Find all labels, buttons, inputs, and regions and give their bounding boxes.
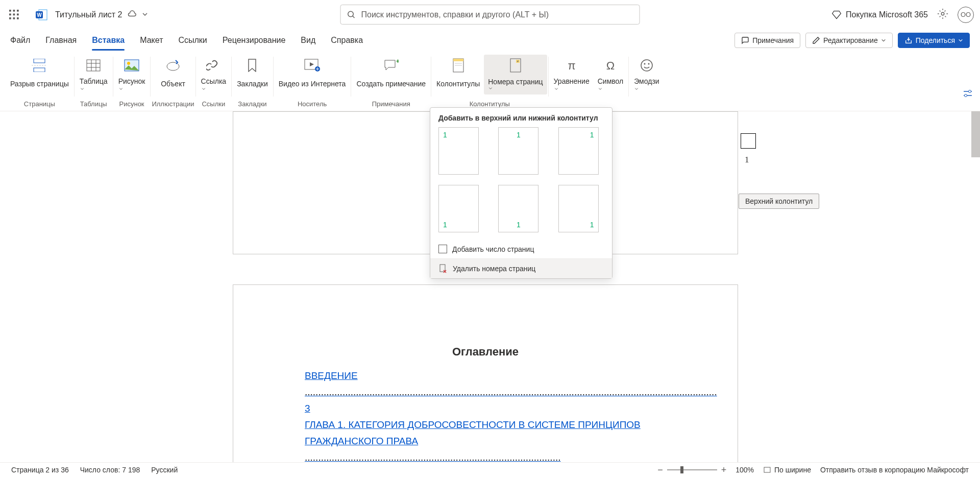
page-number-bottom-center[interactable]: 1 [498, 185, 538, 232]
page-break-button[interactable]: Разрыв страницы [6, 55, 73, 94]
tab-review[interactable]: Рецензирование [223, 31, 286, 50]
settings-button[interactable] [937, 8, 948, 21]
page-break-icon [32, 59, 47, 72]
emoji-icon [640, 59, 653, 72]
chevron-down-icon [488, 86, 493, 90]
toc-entry[interactable]: ВВЕДЕНИЕ ...............................… [305, 368, 666, 400]
zoom-control[interactable]: − + [657, 465, 726, 475]
table-button[interactable]: Таблица [76, 55, 112, 94]
bookmark-icon [247, 59, 257, 72]
title-dropdown[interactable] [142, 11, 148, 19]
slider-icon [963, 89, 973, 98]
toc-page[interactable]: 3 [305, 400, 666, 417]
user-avatar[interactable]: ОО [958, 7, 974, 23]
svg-point-38 [641, 60, 652, 71]
zoom-out-icon[interactable]: − [657, 465, 663, 475]
new-comment-icon: + [383, 59, 399, 71]
page-number-top-right[interactable]: 1 [558, 127, 599, 175]
vertical-scrollbar[interactable] [971, 111, 980, 157]
fit-width-icon [763, 466, 771, 473]
symbol-button[interactable]: Ω Символ [594, 55, 627, 94]
search-icon [347, 10, 356, 19]
new-comment-button[interactable]: + Создать примечание [352, 55, 430, 94]
page-number-bottom-left[interactable]: 1 [438, 185, 479, 232]
svg-point-25 [167, 62, 179, 70]
link-icon [206, 59, 220, 71]
tab-layout[interactable]: Макет [140, 31, 163, 50]
toc-entry[interactable]: ГЛАВА 1. КАТЕГОРИЯ ДОБРОСОВЕСТНОСТИ В СИ… [305, 417, 666, 462]
fit-width-button[interactable]: По ширине [763, 466, 811, 474]
tab-help[interactable]: Справка [331, 31, 363, 50]
app-launcher[interactable] [6, 7, 22, 23]
link-button[interactable]: Ссылка [197, 55, 231, 94]
online-video-button[interactable]: Видео из Интернета [275, 55, 350, 94]
object-button[interactable]: Объект [157, 55, 189, 94]
group-label-pages: Страницы [24, 100, 55, 109]
page-numbers-dropdown: Добавить в верхний или нижний колонтитул… [430, 107, 612, 279]
picture-button[interactable]: Рисунок [114, 55, 150, 94]
header-region-badge[interactable]: Верхний колонтитул [739, 194, 819, 209]
tab-file[interactable]: Файл [10, 31, 30, 50]
svg-rect-30 [453, 59, 463, 61]
status-language[interactable]: Русский [151, 466, 178, 474]
svg-text:+: + [396, 59, 399, 65]
page-2[interactable]: Оглавление ВВЕДЕНИЕ ....................… [233, 284, 738, 462]
group-label-links: Ссылки [202, 100, 225, 109]
svg-line-13 [353, 16, 355, 18]
group-label-emoji [646, 100, 648, 109]
include-page-count-toggle[interactable]: Добавить число страниц [430, 240, 612, 258]
page-numbers-button[interactable]: # Номера страниц [484, 55, 547, 94]
feedback-link[interactable]: Отправить отзыв в корпорацию Майкрософт [820, 466, 969, 474]
share-button[interactable]: Поделиться [898, 33, 970, 48]
tab-home[interactable]: Главная [45, 31, 77, 50]
bookmark-button[interactable]: Закладки [233, 55, 272, 94]
header-footer-button[interactable]: Колонтитулы [432, 55, 484, 94]
page-number-frame[interactable] [741, 133, 756, 149]
object-icon [165, 59, 181, 71]
svg-point-24 [127, 62, 130, 65]
ribbon-options-button[interactable] [963, 89, 973, 99]
comment-icon [741, 36, 749, 44]
zoom-in-icon[interactable]: + [721, 465, 727, 475]
svg-point-12 [348, 11, 354, 17]
zoom-percent[interactable]: 100% [736, 466, 754, 474]
svg-rect-8 [17, 17, 19, 19]
waffle-icon [9, 10, 19, 20]
editing-mode-button[interactable]: Редактирование [805, 33, 893, 48]
remove-page-numbers[interactable]: Удалить номера страниц [430, 258, 612, 278]
zoom-slider-thumb[interactable] [680, 466, 683, 473]
emoji-button[interactable]: Эмодзи [630, 55, 663, 94]
group-label-comments: Примечания [372, 100, 410, 109]
chevron-down-icon [598, 87, 603, 91]
toc-heading: Оглавление [305, 345, 666, 359]
comments-button[interactable]: Примечания [734, 33, 800, 48]
buy-microsoft-365[interactable]: Покупка Microsoft 365 [831, 10, 928, 20]
search-input[interactable]: Поиск инструментов, справки и другого (A… [340, 5, 640, 25]
tab-insert[interactable]: Вставка [92, 31, 125, 50]
sync-status-icon [128, 9, 137, 20]
group-label-media: Носитель [298, 100, 327, 109]
tab-references[interactable]: Ссылки [178, 31, 207, 50]
chevron-down-icon [958, 38, 963, 43]
svg-point-39 [644, 63, 645, 65]
equation-button[interactable]: π Уравнение [550, 55, 594, 94]
zoom-slider-track[interactable] [667, 469, 717, 470]
share-icon [904, 36, 913, 44]
svg-point-40 [648, 63, 649, 65]
status-word-count[interactable]: Число слов: 7 198 [80, 466, 140, 474]
svg-rect-1 [13, 10, 15, 12]
search-placeholder: Поиск инструментов, справки и другого (A… [361, 10, 549, 19]
svg-rect-18 [87, 60, 100, 71]
remove-page-number-icon [438, 264, 448, 273]
page-number-top-center[interactable]: 1 [498, 127, 538, 175]
svg-rect-4 [13, 13, 15, 15]
document-title[interactable]: Титульный лист 2 [53, 10, 125, 19]
page-number-top-left[interactable]: 1 [438, 127, 479, 175]
status-page[interactable]: Страница 2 из 36 [11, 466, 69, 474]
pencil-icon [812, 36, 820, 44]
tab-view[interactable]: Вид [301, 31, 315, 50]
checkbox-icon [438, 245, 447, 253]
header-footer-icon [452, 58, 464, 73]
svg-rect-3 [9, 13, 11, 15]
page-number-bottom-right[interactable]: 1 [558, 185, 599, 232]
